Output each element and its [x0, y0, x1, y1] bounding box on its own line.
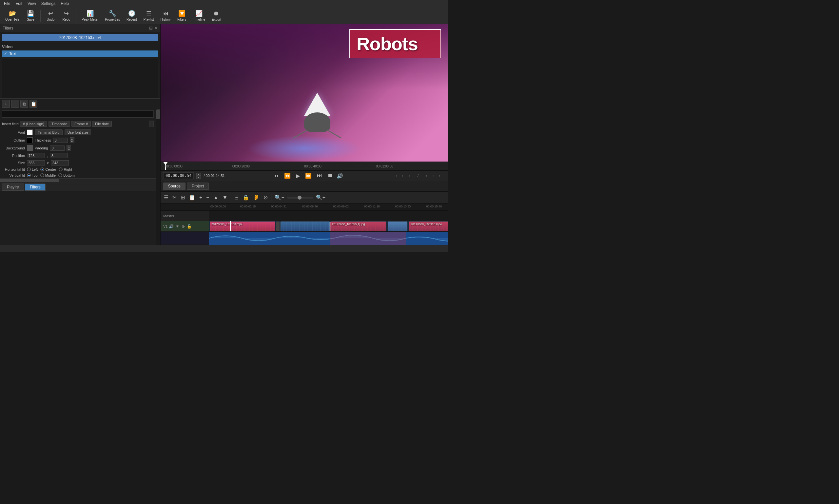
copy-filter-button[interactable]: ⧉ — [20, 100, 28, 108]
playlist-tab[interactable]: Playlist — [2, 183, 24, 191]
add-filter-button[interactable]: + — [2, 100, 10, 108]
padding-down[interactable]: ▼ — [67, 148, 71, 151]
vfit-top-option[interactable]: Top — [27, 173, 38, 177]
v1-track[interactable]: 20170608_102153.mp4 20170608_101650(1).j… — [209, 221, 448, 232]
timecode-up[interactable]: ▲ — [196, 173, 201, 176]
lock-icon[interactable]: 🔓 — [187, 224, 192, 229]
properties-button[interactable]: 🔧 Properties — [103, 8, 123, 23]
outline-color-swatch[interactable] — [27, 137, 33, 143]
timecode-button[interactable]: Timecode — [49, 121, 70, 127]
menu-view[interactable]: View — [25, 1, 39, 6]
filter-panel-scrollbar[interactable] — [156, 109, 160, 245]
padding-up[interactable]: ▲ — [67, 145, 71, 148]
redo-button[interactable]: ↪ Redo — [59, 8, 73, 23]
hfit-left-radio[interactable] — [27, 167, 31, 172]
hfit-right-option[interactable]: Right — [59, 167, 72, 172]
padding-spinner[interactable]: ▲ ▼ — [67, 145, 71, 151]
playlist-button[interactable]: ☰ Playlist — [141, 8, 157, 23]
text-filter-item[interactable]: ✓ Text — [2, 51, 158, 57]
filter-scroll-thumb[interactable] — [0, 179, 59, 182]
undo-button[interactable]: ↩ Undo — [43, 8, 58, 23]
thickness-input[interactable] — [53, 138, 68, 143]
menu-settings[interactable]: Settings — [39, 1, 58, 6]
export-button[interactable]: ⏺ Export — [209, 9, 224, 23]
position-y-input[interactable] — [50, 153, 68, 158]
remove-clip-button[interactable]: − — [205, 194, 210, 201]
add-clip-button[interactable]: + — [198, 194, 203, 201]
menu-help[interactable]: Help — [58, 1, 71, 6]
raise-track-button[interactable]: ▲ — [212, 194, 220, 201]
filter-text-input[interactable] — [2, 110, 154, 118]
thickness-down[interactable]: ▼ — [70, 140, 74, 143]
hash-sign-button[interactable]: # (Hash sign) — [20, 121, 47, 127]
font-name-button[interactable]: Terminal Bold — [35, 129, 63, 135]
eye-icon[interactable]: 👁 — [176, 224, 180, 229]
menu-edit[interactable]: Edit — [13, 1, 25, 6]
save-button[interactable]: 💾 Save — [23, 8, 38, 23]
peak-meter-button[interactable]: 📊 Peak Meter — [79, 8, 101, 23]
timeline-button[interactable]: 📈 Timeline — [191, 8, 208, 23]
filters-tab[interactable]: Filters — [25, 183, 46, 191]
toggle-button[interactable]: ⏹ — [326, 172, 334, 179]
ripple-all-button[interactable]: ⊙ — [262, 194, 269, 201]
open-file-button[interactable]: 📂 Open File — [3, 8, 22, 23]
background-color-swatch[interactable] — [27, 145, 33, 151]
menu-file[interactable]: File — [1, 1, 13, 6]
use-font-size-button[interactable]: Use font size — [65, 129, 91, 135]
paste-filter-button[interactable]: 📋 — [30, 100, 37, 108]
clip-1[interactable]: 20170608_102153.mp4 — [210, 221, 275, 231]
lift-button[interactable]: ⊞ — [179, 194, 186, 201]
timecode-down[interactable]: ▼ — [196, 176, 201, 179]
snap-button[interactable]: 🔒 — [241, 194, 250, 201]
filter-panel-scroll-thumb[interactable] — [156, 109, 160, 119]
position-x-input[interactable] — [27, 153, 45, 158]
hfit-center-radio[interactable] — [40, 167, 44, 172]
vfit-bottom-option[interactable]: Bottom — [58, 173, 75, 177]
step-backward-button[interactable]: ⏪ — [283, 172, 292, 180]
play-button[interactable]: ▶ — [294, 172, 301, 180]
timecode-spinner[interactable]: ▲ ▼ — [196, 173, 201, 179]
zoom-slider[interactable] — [287, 197, 313, 199]
filters-button[interactable]: 🔽 Filters — [175, 8, 189, 23]
speaker-icon[interactable]: 🔊 — [169, 224, 174, 229]
filters-close-icon[interactable]: ✕ — [154, 25, 158, 31]
ripple-button[interactable]: ⊟ — [233, 194, 240, 201]
vfit-middle-option[interactable]: Middle — [40, 173, 56, 177]
project-tab[interactable]: Project — [187, 182, 209, 190]
layers-icon[interactable]: ⊕ — [182, 224, 185, 229]
hfit-right-radio[interactable] — [59, 167, 63, 172]
zoom-slider-thumb[interactable] — [298, 196, 302, 200]
hfit-center-option[interactable]: Center — [40, 167, 56, 172]
remove-filter-button[interactable]: − — [11, 100, 19, 108]
vfit-middle-radio[interactable] — [40, 173, 44, 177]
clip-5[interactable]: 20170608_100916.mp4 — [409, 221, 448, 231]
font-color-swatch[interactable] — [27, 129, 33, 135]
thickness-up[interactable]: ▲ — [70, 137, 74, 140]
skip-to-end-button[interactable]: ⏭ — [316, 172, 323, 179]
clip-4[interactable] — [388, 221, 407, 231]
zoom-out-button[interactable]: 🔍− — [273, 194, 285, 201]
text-overlay[interactable]: Robots — [350, 29, 441, 58]
step-forward-button[interactable]: ⏩ — [304, 172, 313, 180]
size-w-input[interactable] — [27, 160, 45, 165]
vfit-bottom-radio[interactable] — [58, 173, 62, 177]
hfit-left-option[interactable]: Left — [27, 167, 38, 172]
razor-tool-button[interactable]: ✂ — [171, 194, 178, 201]
thickness-spinner[interactable]: ▲ ▼ — [70, 137, 74, 143]
insert-scroll-handle[interactable] — [149, 121, 154, 127]
skip-to-start-button[interactable]: ⏮ — [272, 172, 280, 179]
lower-track-button[interactable]: ▼ — [221, 194, 229, 201]
overwrite-button[interactable]: 📋 — [188, 194, 197, 201]
zoom-in-button[interactable]: 🔍+ — [315, 194, 327, 201]
clip-2[interactable] — [281, 221, 330, 231]
clip-3[interactable]: 20170608_101650(1).jpg — [331, 221, 386, 231]
filters-minimize-icon[interactable]: ⊟ — [149, 25, 153, 31]
vfit-top-radio[interactable] — [27, 173, 31, 177]
scrub-audio-button[interactable]: 👂 — [252, 194, 261, 201]
file-date-button[interactable]: File date — [92, 121, 112, 127]
filter-scroll-bar[interactable] — [0, 178, 156, 182]
padding-input[interactable] — [50, 145, 65, 151]
volume-icon[interactable]: 🔊 — [337, 173, 343, 179]
history-button[interactable]: ⏮ History — [158, 9, 173, 23]
size-h-input[interactable] — [51, 160, 69, 165]
